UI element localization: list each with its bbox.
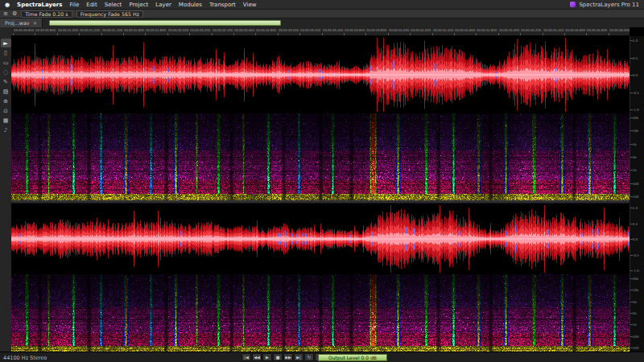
scale-label: 1.0	[633, 206, 638, 210]
brush-tool-icon[interactable]: ✎	[1, 77, 11, 86]
window-title: SpectraLayers Pro 11	[570, 2, 639, 8]
scale-label: 10k	[633, 130, 638, 134]
level-meter-bar	[49, 20, 281, 26]
ruler-label: 00:00:03.000	[279, 28, 299, 32]
menu-file[interactable]: File	[69, 2, 79, 8]
scale-label: 5k	[633, 142, 637, 146]
menu-layer[interactable]: Layer	[155, 2, 171, 8]
time-selection-tool-icon[interactable]: ▯	[1, 48, 11, 57]
go-to-end-button[interactable]: ▶|	[294, 353, 303, 361]
loop-button[interactable]: ↻	[304, 353, 314, 361]
ruler-tick	[586, 33, 587, 35]
waveform-display-channel-2[interactable]	[11, 204, 630, 274]
close-tab-icon[interactable]: ×	[32, 20, 37, 27]
eraser-tool-icon[interactable]: ▨	[1, 87, 11, 96]
waveform-scale[interactable]: 1.00.50.0-0.5-1.0	[630, 204, 644, 274]
ruler-label: 00:00:03.400	[323, 28, 343, 32]
ruler-label: 00:00:03.600	[345, 28, 365, 32]
ruler-label: 00:00:04.600	[455, 28, 475, 32]
menu-select[interactable]: Select	[105, 2, 122, 8]
ruler-label: 00:00:06.000	[609, 28, 630, 32]
scale-label: 2k	[633, 311, 637, 315]
gear-icon[interactable]: ⚙	[12, 10, 17, 17]
spectrogram-display-channel-1[interactable]	[11, 113, 630, 200]
ruler-label: 00:00:02.600	[234, 28, 254, 32]
ruler-label: 00:00:04.800	[477, 28, 497, 32]
time-fade-field[interactable]: Time Fade 0.20 s	[21, 10, 72, 18]
ruler-label: 00:00:01.000	[58, 28, 78, 32]
ruler-label: 00:00:00.800	[35, 28, 56, 32]
ruler-tick	[365, 33, 366, 35]
scale-label: 0.5	[633, 56, 638, 60]
sample-rate-text: 44100 Hz Stereo	[3, 355, 47, 361]
menu-project[interactable]: Project	[129, 2, 148, 8]
time-ruler[interactable]: 00:00:00.60000:00:00.80000:00:01.00000:0…	[11, 27, 630, 36]
scale-label: 1k	[633, 323, 637, 327]
ruler-label: 00:00:05.200	[521, 28, 541, 32]
ruler-tick	[255, 33, 256, 35]
ruler-label: 00:00:04.000	[389, 28, 409, 32]
menu-edit[interactable]: Edit	[86, 2, 97, 8]
spectrogram-scale[interactable]: 20k10k5k2k1k500100	[630, 113, 644, 200]
scale-label: -0.5	[633, 253, 639, 257]
clone-stamp-tool-icon[interactable]: ⊕	[1, 97, 11, 105]
scale-label: 2k	[633, 155, 637, 159]
ruler-label: 00:00:03.200	[300, 28, 320, 32]
ruler-tick	[609, 33, 609, 35]
stop-button[interactable]: ■	[273, 353, 283, 361]
tool-strip: ►▯▭◌✎▨⊕⊙▦♪	[0, 27, 11, 352]
ruler-tick	[57, 33, 58, 35]
menu-transport[interactable]: Transport	[209, 2, 236, 8]
macos-menu-bar: ● SpectraLayers FileEditSelectProjectLay…	[0, 0, 644, 9]
ruler-label: 00:00:04.400	[433, 28, 453, 32]
waveform-scale[interactable]: 1.00.50.0-0.5-1.0	[630, 36, 644, 113]
fast-forward-button[interactable]: ▶▶	[283, 353, 293, 361]
go-to-start-button[interactable]: |◀	[242, 353, 251, 361]
menu-app-name[interactable]: SpectraLayers	[17, 2, 62, 8]
lasso-selection-tool-icon[interactable]: ◌	[1, 68, 11, 76]
window-title-text: SpectraLayers Pro 11	[579, 2, 639, 8]
playback-tool-icon[interactable]: ♪	[1, 125, 11, 134]
top-toolbar: ≡ ⚙ Time Fade 0.20 s Frequency Fade 565 …	[0, 9, 644, 18]
play-button[interactable]: ▶	[262, 353, 272, 361]
ruler-tick	[35, 33, 35, 35]
scale-label: 500	[633, 335, 638, 339]
spectrogram-scale[interactable]: 20k10k5k2k1k500100	[630, 274, 644, 352]
ruler-tick	[299, 33, 300, 35]
spectrogram-display-channel-2[interactable]	[11, 274, 630, 352]
menu-modules[interactable]: Modules	[179, 2, 202, 8]
ruler-label: 00:00:05.600	[565, 28, 585, 32]
ruler-tick	[344, 33, 345, 35]
status-bar: 44100 Hz Stereo |◀◀◀▶■▶▶▶|↻● Output Leve…	[0, 352, 644, 362]
project-tab-bar: Proj...wav ×	[0, 18, 644, 27]
ruler-label: 00:00:05.000	[499, 28, 519, 32]
ruler-tick	[167, 33, 168, 35]
frequency-selection-tool-icon[interactable]: ▭	[1, 58, 11, 67]
rewind-button[interactable]: ◀◀	[252, 353, 262, 361]
pan-tool-icon[interactable]: ▦	[1, 116, 11, 125]
project-tab[interactable]: Proj...wav ×	[0, 19, 43, 28]
waveform-display-channel-1[interactable]	[11, 36, 630, 113]
spectralayers-window: ● SpectraLayers FileEditSelectProjectLay…	[0, 0, 644, 362]
ruler-tick	[498, 33, 499, 35]
ruler-label: 00:00:02.200	[190, 28, 210, 32]
zoom-tool-icon[interactable]: ⊙	[1, 106, 11, 115]
menu-items: FileEditSelectProjectLayerModulesTranspo…	[69, 2, 256, 8]
ruler-tick	[410, 33, 411, 35]
ruler-label: 00:00:01.600	[124, 28, 144, 32]
scale-label: 1k	[633, 169, 637, 173]
scale-label: 100	[633, 195, 638, 199]
scale-label: -1.0	[633, 108, 639, 112]
frequency-fade-field[interactable]: Frequency Fade 565 Hz	[76, 10, 143, 18]
ruler-tick	[454, 33, 455, 35]
apple-menu-icon[interactable]: ●	[5, 2, 10, 8]
hamburger-menu-icon[interactable]: ≡	[3, 10, 8, 17]
transport-controls: |◀◀◀▶■▶▶▶|↻●	[242, 353, 324, 361]
scale-label: 1.0	[633, 39, 638, 43]
ruler-tick	[189, 33, 190, 35]
ruler-label: 00:00:01.200	[80, 28, 100, 32]
transform-tool-icon[interactable]: ►	[1, 39, 11, 47]
menu-view[interactable]: View	[243, 2, 257, 8]
scale-label: 0.0	[633, 237, 638, 241]
output-level-text: Output Level 0.0 dB	[328, 355, 377, 360]
